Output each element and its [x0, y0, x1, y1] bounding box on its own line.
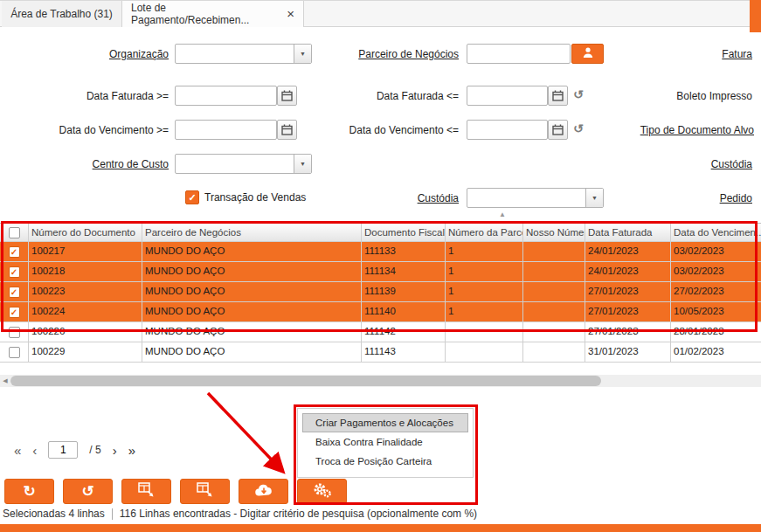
cell-data-vencimento: 28/01/2023	[671, 322, 761, 342]
cell-numero-parcela: 1	[446, 262, 523, 281]
history-icon[interactable]: ↺	[573, 121, 584, 135]
cell-documento-fiscal: 111142	[362, 322, 446, 342]
row-checkbox[interactable]: ✓	[9, 246, 20, 258]
table-row[interactable]: 100226 MUNDO DO AÇO 111142 27/01/2023 28…	[0, 322, 761, 342]
cell-numero-documento: 100224	[29, 302, 142, 321]
cell-data-faturada: 27/01/2023	[585, 322, 671, 342]
corner-accent-bar	[750, 0, 761, 32]
organizacao-label[interactable]: Organização	[35, 48, 169, 60]
page-number-input[interactable]	[48, 441, 78, 459]
menu-item-troca-posicao-carteira[interactable]: Troca de Posição Carteira	[315, 456, 432, 466]
parceiro-negocios-input[interactable]	[467, 44, 571, 64]
download-button[interactable]	[239, 479, 288, 504]
first-page-icon[interactable]: «	[14, 443, 21, 458]
table-row[interactable]: ✓ 100217 MUNDO DO AÇO 111133 1 24/01/202…	[0, 242, 761, 262]
row-checkbox[interactable]: ✓	[9, 266, 20, 278]
grid-arrow-icon	[197, 482, 213, 501]
centro-custo-combo[interactable]: ▼	[175, 154, 312, 174]
status-bar: Selecionadas 4 linhas 116 Linhas encontr…	[3, 508, 477, 520]
row-checkbox[interactable]	[9, 327, 20, 338]
tab-bar: Área de Trabalho (31) Lote de Pagamento/…	[0, 0, 761, 27]
history-icon[interactable]: ↺	[573, 87, 584, 101]
select-all-checkbox[interactable]	[9, 227, 20, 238]
cell-data-vencimento: 27/02/2023	[671, 282, 761, 301]
annotation-arrow	[173, 379, 304, 488]
close-icon[interactable]: ×	[287, 8, 294, 20]
status-divider	[112, 508, 113, 520]
previous-page-icon[interactable]: ‹	[32, 443, 37, 458]
cell-data-vencimento: 03/02/2023	[671, 262, 761, 281]
refresh-button[interactable]: ↻	[4, 479, 54, 504]
last-page-icon[interactable]: »	[128, 443, 135, 458]
column-header-documento-fiscal[interactable]: Documento Fiscal	[362, 224, 446, 241]
boleto-impresso-label: Boleto Impresso	[676, 90, 752, 102]
row-checkbox[interactable]: ✓	[9, 287, 20, 298]
menu-item-baixa-contra-finalidade[interactable]: Baixa Contra Finalidade	[315, 437, 423, 447]
menu-item-criar-pagamentos[interactable]: Criar Pagamentos e Alocações	[302, 413, 468, 432]
data-faturada-le-label: Data Faturada <=	[315, 90, 459, 102]
bottom-accent-bar	[0, 524, 761, 532]
cell-documento-fiscal: 111134	[362, 262, 446, 281]
cell-documento-fiscal: 111139	[362, 282, 446, 301]
horizontal-scrollbar[interactable]: ◀	[0, 375, 761, 387]
centro-custo-label[interactable]: Centro de Custo	[35, 158, 169, 170]
table-row[interactable]: 100229 MUNDO DO AÇO 111143 31/01/2023 01…	[0, 342, 761, 363]
tab-area-de-trabalho[interactable]: Área de Trabalho (31)	[2, 1, 122, 27]
cell-numero-parcela	[446, 342, 523, 362]
chevron-down-icon[interactable]: ▼	[294, 155, 311, 173]
data-faturada-le-input[interactable]	[467, 86, 548, 106]
custodia-label[interactable]: Custódia	[376, 192, 459, 204]
data-vencimento-ge-input[interactable]	[175, 120, 277, 140]
scrollbar-thumb[interactable]	[10, 376, 601, 386]
tab-lote-pagamento[interactable]: Lote de Pagamento/Recebimen... ×	[122, 1, 304, 27]
calendar-icon[interactable]	[277, 120, 297, 140]
column-header-numero-parcela[interactable]: Número da Parcela	[446, 224, 523, 241]
cell-data-faturada: 24/01/2023	[585, 262, 671, 281]
row-checkbox[interactable]	[9, 347, 20, 358]
table-row[interactable]: ✓ 100218 MUNDO DO AÇO 111134 1 24/01/202…	[0, 262, 761, 282]
column-header-data-vencimento[interactable]: Data do Vencimen...	[671, 224, 761, 241]
cell-numero-parcela: 1	[446, 302, 523, 321]
undo-button[interactable]: ↺	[63, 479, 113, 504]
cell-numero-parcela: 1	[446, 282, 523, 301]
transacao-vendas-checkbox[interactable]: ✓	[185, 190, 199, 204]
transacao-vendas-label: Transação de Vendas	[204, 191, 306, 204]
custodia-right-label[interactable]: Custódia	[711, 158, 752, 170]
calendar-icon[interactable]	[548, 86, 568, 106]
column-header-numero-documento[interactable]: Número do Documento	[29, 224, 142, 241]
grid-export-button[interactable]	[121, 479, 171, 504]
data-faturada-ge-input[interactable]	[175, 86, 277, 106]
scroll-left-icon[interactable]: ◀	[0, 375, 10, 387]
organizacao-combo[interactable]: ▼	[175, 44, 312, 64]
cell-data-vencimento: 10/05/2023	[671, 302, 761, 321]
column-header-nosso-numero[interactable]: Nosso Número	[523, 224, 585, 241]
cell-nosso-numero	[523, 242, 585, 261]
column-header-parceiro[interactable]: Parceiro de Negócios	[142, 224, 362, 241]
table-row[interactable]: ✓ 100223 MUNDO DO AÇO 111139 1 27/01/202…	[0, 282, 761, 302]
column-header-data-faturada[interactable]: Data Faturada	[585, 224, 671, 241]
chevron-down-icon[interactable]: ▼	[585, 189, 603, 207]
cell-documento-fiscal: 111143	[362, 342, 446, 362]
cell-parceiro: MUNDO DO AÇO	[142, 322, 362, 342]
tipo-documento-alvo-label[interactable]: Tipo de Documento Alvo	[640, 124, 754, 136]
data-vencimento-le-input[interactable]	[467, 120, 548, 140]
fatura-label[interactable]: Fatura	[722, 48, 752, 60]
parceiro-negocios-label[interactable]: Parceiro de Negócios	[335, 48, 459, 60]
grid-import-button[interactable]	[180, 479, 230, 504]
pedido-label[interactable]: Pedido	[720, 192, 752, 204]
calendar-icon[interactable]	[277, 86, 297, 106]
collapse-filters-icon[interactable]: ▲	[499, 211, 506, 218]
table-row[interactable]: ✓ 100224 MUNDO DO AÇO 111140 1 27/01/202…	[0, 302, 761, 322]
tab-label: Lote de Pagamento/Recebimen...	[131, 2, 278, 26]
parceiro-lookup-button[interactable]	[571, 44, 604, 64]
chevron-down-icon[interactable]: ▼	[294, 45, 311, 63]
cell-nosso-numero	[523, 282, 585, 301]
custodia-combo[interactable]: ▼	[467, 188, 604, 208]
cell-numero-documento: 100229	[29, 342, 142, 362]
process-button[interactable]	[297, 479, 347, 504]
calendar-icon[interactable]	[548, 120, 568, 140]
grid-arrow-icon	[138, 482, 155, 501]
context-menu: Criar Pagamentos e Alocações Baixa Contr…	[297, 408, 474, 478]
next-page-icon[interactable]: ›	[113, 443, 117, 458]
row-checkbox[interactable]: ✓	[9, 307, 20, 318]
